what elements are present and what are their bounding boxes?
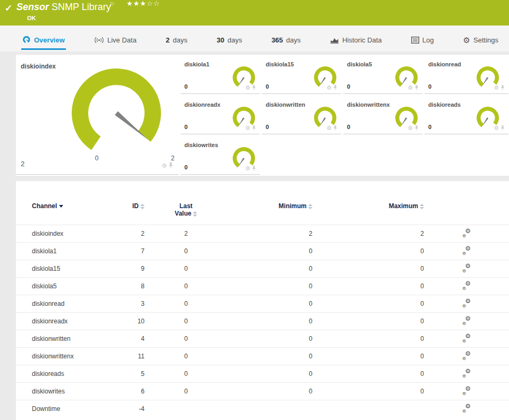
gauge-channel-name: diskiola1: [184, 61, 209, 67]
channel-settings-icon[interactable]: ⚙⚙: [462, 281, 471, 290]
tab-number: 365: [272, 36, 283, 44]
gear-icon[interactable]: ⚙: [494, 125, 499, 131]
tab-historic-data[interactable]: Historic Data: [329, 32, 383, 50]
cell-actions: ⚙⚙: [424, 295, 509, 313]
cell-last-value: 0: [145, 383, 227, 400]
pin-icon[interactable]: [252, 85, 256, 91]
gear-icon[interactable]: ⚙: [245, 125, 250, 131]
cell-actions: ⚙⚙: [424, 400, 509, 418]
cell-minimum: 0: [227, 295, 312, 313]
gauge-channel-name: diskiola5: [347, 61, 372, 67]
table-row: diskioreads 5 0 0 0 ⚙⚙: [16, 365, 509, 383]
pin-icon[interactable]: [333, 85, 337, 91]
channel-settings-icon[interactable]: ⚙⚙: [462, 299, 471, 307]
flag-icon[interactable]: ⚐: [109, 1, 115, 8]
channel-settings-icon[interactable]: ⚙⚙: [462, 387, 471, 395]
gear-icon: ⚙: [463, 36, 470, 44]
gauge-tile-diskiola5: diskiola5 0 ⚙: [343, 58, 422, 94]
gear-icon[interactable]: ⚙: [245, 85, 250, 91]
pin-icon[interactable]: [333, 125, 337, 131]
gear-icon[interactable]: ⚙: [408, 85, 413, 91]
gauge-value: 0: [184, 164, 188, 170]
cell-id: 11: [112, 348, 145, 365]
tab-live-data[interactable]: Live Data: [93, 32, 138, 50]
status-badge: OK: [27, 15, 36, 21]
cell-minimum: 0: [227, 313, 312, 330]
page-title-name: SNMP Library: [52, 2, 111, 12]
tab-label: Live Data: [107, 36, 137, 44]
pin-icon[interactable]: [252, 166, 256, 172]
gear-icon[interactable]: ⚙: [326, 125, 332, 131]
cell-maximum: 0: [312, 313, 424, 330]
cell-maximum: 0: [312, 348, 424, 365]
cell-minimum: 0: [227, 243, 312, 260]
pin-icon[interactable]: [168, 162, 173, 169]
broadcast-icon: [94, 37, 104, 44]
tab-log[interactable]: Log: [410, 32, 435, 50]
column-header-id[interactable]: ID: [112, 199, 145, 225]
tile-actions: ⚙: [494, 125, 505, 131]
channel-table: Channel ID Last Value Minimum Maximum: [16, 199, 509, 418]
tab-number: 30: [217, 36, 224, 44]
gauge-tile-diskionreadx: diskionreadx 0 ⚙: [181, 98, 260, 134]
gauge-channel-name: diskioreads: [428, 101, 461, 108]
table-row: diskioindex 2 2 2 2 ⚙⚙: [16, 225, 509, 243]
table-row: diskionreadx 10 0 0 0 ⚙⚙: [16, 313, 509, 330]
cell-last-value: 0: [145, 365, 227, 383]
channel-settings-icon[interactable]: ⚙⚙: [462, 352, 471, 360]
column-header-maximum[interactable]: Maximum: [312, 199, 424, 225]
channel-settings-icon[interactable]: ⚙⚙: [462, 246, 471, 255]
cell-id: -4: [112, 400, 145, 418]
tab-label: days: [227, 36, 242, 44]
pin-icon[interactable]: [414, 85, 419, 91]
gauge-max-label: 2: [167, 155, 179, 162]
cell-actions: ⚙⚙: [424, 243, 509, 260]
sensor-header: ✓ Sensor SNMP Library ⚐ ★★★☆☆ OK: [0, 0, 509, 25]
gauge-channel-name: diskiola15: [266, 61, 294, 67]
channel-settings-icon[interactable]: ⚙⚙: [462, 229, 471, 237]
cell-channel: diskiola15: [16, 260, 112, 278]
gauge-channel-name: diskionwrittenx: [347, 101, 390, 108]
sort-icon: [193, 211, 197, 217]
gauge-grid: diskioindex 0 2 2 ⚙ diskiola1 0 ⚙: [16, 58, 509, 175]
tab-365-days[interactable]: 365 days: [270, 32, 302, 50]
sort-icon: [140, 204, 145, 209]
pin-icon[interactable]: [500, 85, 505, 91]
tab-2-days[interactable]: 2 days: [165, 32, 189, 50]
gear-icon[interactable]: ⚙: [162, 163, 167, 169]
gear-icon[interactable]: ⚙: [408, 125, 413, 131]
gauge-value: 0: [428, 83, 431, 90]
channel-settings-icon[interactable]: ⚙⚙: [462, 264, 471, 272]
tab-30-days[interactable]: 30 days: [216, 32, 243, 50]
gear-icon[interactable]: ⚙: [245, 166, 250, 172]
gauge-icon: [22, 36, 31, 44]
gear-icon[interactable]: ⚙: [326, 85, 332, 91]
pin-icon[interactable]: [500, 125, 505, 131]
tile-actions: ⚙: [408, 125, 419, 131]
cell-maximum: 0: [312, 365, 424, 383]
channel-settings-icon[interactable]: ⚙⚙: [462, 316, 471, 325]
cell-maximum: 2: [312, 225, 424, 243]
channel-settings-icon[interactable]: ⚙⚙: [462, 334, 471, 342]
tab-overview[interactable]: Overview: [21, 32, 66, 50]
cell-id: 4: [112, 330, 145, 348]
pin-icon[interactable]: [414, 125, 419, 131]
table-row: diskionwritten 4 0 0 0 ⚙⚙: [16, 330, 509, 348]
gear-icon[interactable]: ⚙: [494, 85, 499, 91]
tile-actions: ⚙: [408, 85, 419, 91]
cell-last-value: 0: [145, 348, 227, 365]
column-header-last-value[interactable]: Last Value: [145, 199, 227, 225]
gauge-tile-diskiowrites: diskiowrites 0 ⚙: [181, 139, 260, 175]
priority-stars[interactable]: ★★★☆☆: [126, 0, 160, 7]
column-header-minimum[interactable]: Minimum: [227, 199, 312, 225]
channel-settings-icon[interactable]: ⚙⚙: [462, 369, 471, 378]
table-row: diskiola15 9 0 0 0 ⚙⚙: [16, 260, 509, 278]
tab-settings[interactable]: ⚙ Settings: [462, 32, 499, 50]
page-title-prefix: Sensor: [16, 2, 49, 12]
cell-id: 3: [112, 295, 145, 313]
sort-icon: [420, 204, 424, 209]
pin-icon[interactable]: [252, 125, 256, 131]
column-header-channel[interactable]: Channel: [16, 199, 112, 225]
channel-settings-icon[interactable]: ⚙⚙: [462, 404, 471, 413]
gauge-tile-diskionread: diskionread 0 ⚙: [425, 58, 508, 94]
